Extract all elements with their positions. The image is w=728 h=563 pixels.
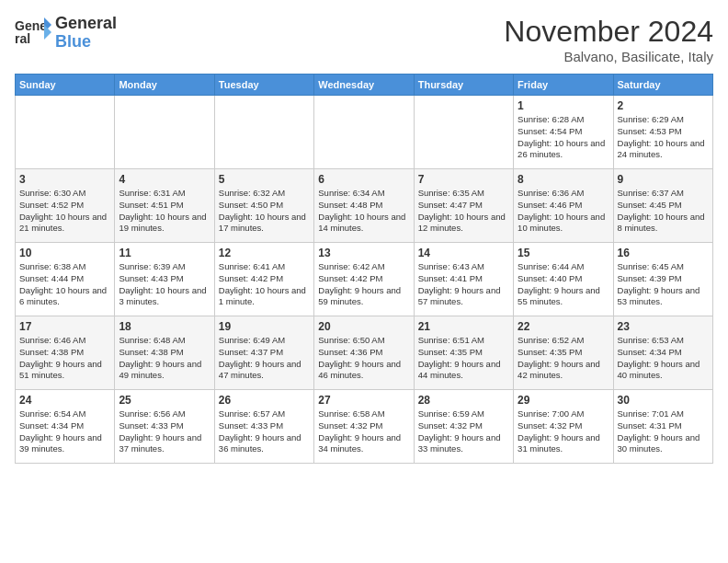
calendar-week-row: 17Sunrise: 6:46 AM Sunset: 4:38 PM Dayli… (16, 316, 713, 390)
calendar-cell: 11Sunrise: 6:39 AM Sunset: 4:43 PM Dayli… (115, 243, 214, 316)
calendar-cell: 10Sunrise: 6:38 AM Sunset: 4:44 PM Dayli… (16, 243, 115, 316)
logo: Gene ral General Blue (15, 15, 117, 52)
weekday-header: Wednesday (314, 75, 414, 96)
day-info: Sunrise: 6:28 AM Sunset: 4:54 PM Dayligh… (518, 114, 609, 161)
calendar-cell: 8Sunrise: 6:36 AM Sunset: 4:46 PM Daylig… (514, 169, 613, 243)
day-number: 7 (418, 173, 509, 186)
day-number: 8 (518, 173, 609, 186)
day-info: Sunrise: 6:31 AM Sunset: 4:51 PM Dayligh… (119, 188, 210, 235)
day-number: 1 (518, 99, 609, 112)
day-info: Sunrise: 6:49 AM Sunset: 4:37 PM Dayligh… (219, 335, 310, 382)
calendar-week-row: 24Sunrise: 6:54 AM Sunset: 4:34 PM Dayli… (16, 390, 713, 464)
day-info: Sunrise: 6:32 AM Sunset: 4:50 PM Dayligh… (219, 188, 310, 235)
day-info: Sunrise: 7:00 AM Sunset: 4:32 PM Dayligh… (518, 408, 609, 455)
page-header: Gene ral General Blue November 2024 Balv… (15, 15, 713, 64)
day-number: 26 (219, 394, 310, 407)
day-number: 27 (318, 394, 409, 407)
calendar-cell: 12Sunrise: 6:41 AM Sunset: 4:42 PM Dayli… (214, 243, 313, 316)
day-number: 15 (518, 247, 609, 259)
weekday-header: Tuesday (214, 75, 313, 96)
logo-svg: Gene ral (15, 16, 51, 51)
day-info: Sunrise: 6:48 AM Sunset: 4:38 PM Dayligh… (119, 335, 210, 382)
calendar-cell (16, 96, 115, 169)
day-info: Sunrise: 6:30 AM Sunset: 4:52 PM Dayligh… (19, 188, 110, 235)
day-number: 3 (19, 173, 110, 186)
day-number: 12 (219, 247, 310, 259)
day-info: Sunrise: 6:43 AM Sunset: 4:41 PM Dayligh… (418, 261, 509, 308)
calendar-cell: 24Sunrise: 6:54 AM Sunset: 4:34 PM Dayli… (16, 390, 115, 464)
day-number: 11 (119, 247, 210, 259)
calendar-cell: 25Sunrise: 6:56 AM Sunset: 4:33 PM Dayli… (115, 390, 214, 464)
calendar-cell: 29Sunrise: 7:00 AM Sunset: 4:32 PM Dayli… (514, 390, 613, 464)
day-number: 14 (418, 247, 509, 259)
day-info: Sunrise: 6:29 AM Sunset: 4:53 PM Dayligh… (618, 114, 709, 161)
calendar-cell: 2Sunrise: 6:29 AM Sunset: 4:53 PM Daylig… (613, 96, 712, 169)
calendar-cell: 3Sunrise: 6:30 AM Sunset: 4:52 PM Daylig… (16, 169, 115, 243)
calendar-cell (314, 96, 414, 169)
calendar-cell: 4Sunrise: 6:31 AM Sunset: 4:51 PM Daylig… (115, 169, 214, 243)
day-number: 30 (618, 394, 709, 407)
day-number: 16 (618, 247, 709, 259)
calendar-cell: 22Sunrise: 6:52 AM Sunset: 4:35 PM Dayli… (514, 316, 613, 390)
calendar-week-row: 3Sunrise: 6:30 AM Sunset: 4:52 PM Daylig… (16, 169, 713, 243)
calendar-cell: 20Sunrise: 6:50 AM Sunset: 4:36 PM Dayli… (314, 316, 414, 390)
weekday-header: Friday (514, 75, 613, 96)
day-info: Sunrise: 6:54 AM Sunset: 4:34 PM Dayligh… (19, 408, 110, 455)
day-number: 19 (219, 320, 310, 333)
day-number: 13 (318, 247, 409, 259)
day-info: Sunrise: 6:36 AM Sunset: 4:46 PM Dayligh… (518, 188, 609, 235)
day-info: Sunrise: 6:56 AM Sunset: 4:33 PM Dayligh… (119, 408, 210, 455)
calendar-cell: 26Sunrise: 6:57 AM Sunset: 4:33 PM Dayli… (214, 390, 313, 464)
day-number: 20 (318, 320, 409, 333)
calendar-cell: 5Sunrise: 6:32 AM Sunset: 4:50 PM Daylig… (214, 169, 313, 243)
day-number: 29 (518, 394, 609, 407)
calendar-cell: 30Sunrise: 7:01 AM Sunset: 4:31 PM Dayli… (613, 390, 712, 464)
day-info: Sunrise: 6:51 AM Sunset: 4:35 PM Dayligh… (418, 335, 509, 382)
day-info: Sunrise: 6:39 AM Sunset: 4:43 PM Dayligh… (119, 261, 210, 308)
calendar-week-row: 10Sunrise: 6:38 AM Sunset: 4:44 PM Dayli… (16, 243, 713, 316)
day-info: Sunrise: 6:35 AM Sunset: 4:47 PM Dayligh… (418, 188, 509, 235)
day-info: Sunrise: 6:50 AM Sunset: 4:36 PM Dayligh… (318, 335, 409, 382)
calendar-cell (214, 96, 313, 169)
calendar-cell: 13Sunrise: 6:42 AM Sunset: 4:42 PM Dayli… (314, 243, 414, 316)
day-number: 5 (219, 173, 310, 186)
calendar-cell: 21Sunrise: 6:51 AM Sunset: 4:35 PM Dayli… (414, 316, 513, 390)
day-info: Sunrise: 6:59 AM Sunset: 4:32 PM Dayligh… (418, 408, 509, 455)
day-number: 9 (618, 173, 709, 186)
day-number: 10 (19, 247, 110, 259)
calendar-header-row: SundayMondayTuesdayWednesdayThursdayFrid… (16, 75, 713, 96)
day-number: 23 (618, 320, 709, 333)
day-info: Sunrise: 6:46 AM Sunset: 4:38 PM Dayligh… (19, 335, 110, 382)
logo-line1: General (55, 15, 117, 33)
calendar-week-row: 1Sunrise: 6:28 AM Sunset: 4:54 PM Daylig… (16, 96, 713, 169)
calendar-cell: 15Sunrise: 6:44 AM Sunset: 4:40 PM Dayli… (514, 243, 613, 316)
day-number: 25 (119, 394, 210, 407)
day-info: Sunrise: 7:01 AM Sunset: 4:31 PM Dayligh… (618, 408, 709, 455)
svg-text:ral: ral (15, 31, 30, 46)
calendar-cell (414, 96, 513, 169)
weekday-header: Sunday (16, 75, 115, 96)
logo-line2: Blue (55, 33, 117, 52)
calendar-cell: 28Sunrise: 6:59 AM Sunset: 4:32 PM Dayli… (414, 390, 513, 464)
day-number: 21 (418, 320, 509, 333)
day-info: Sunrise: 6:52 AM Sunset: 4:35 PM Dayligh… (518, 335, 609, 382)
day-number: 24 (19, 394, 110, 407)
calendar-cell: 9Sunrise: 6:37 AM Sunset: 4:45 PM Daylig… (613, 169, 712, 243)
day-info: Sunrise: 6:45 AM Sunset: 4:39 PM Dayligh… (618, 261, 709, 308)
day-info: Sunrise: 6:41 AM Sunset: 4:42 PM Dayligh… (219, 261, 310, 308)
day-number: 2 (618, 99, 709, 112)
weekday-header: Saturday (613, 75, 712, 96)
day-info: Sunrise: 6:38 AM Sunset: 4:44 PM Dayligh… (19, 261, 110, 308)
title-block: November 2024 Balvano, Basilicate, Italy (504, 15, 713, 64)
day-number: 6 (318, 173, 409, 186)
day-info: Sunrise: 6:44 AM Sunset: 4:40 PM Dayligh… (518, 261, 609, 308)
day-number: 22 (518, 320, 609, 333)
calendar-cell (115, 96, 214, 169)
calendar-cell: 18Sunrise: 6:48 AM Sunset: 4:38 PM Dayli… (115, 316, 214, 390)
day-number: 18 (119, 320, 210, 333)
calendar-cell: 6Sunrise: 6:34 AM Sunset: 4:48 PM Daylig… (314, 169, 414, 243)
calendar-cell: 23Sunrise: 6:53 AM Sunset: 4:34 PM Dayli… (613, 316, 712, 390)
calendar-cell: 16Sunrise: 6:45 AM Sunset: 4:39 PM Dayli… (613, 243, 712, 316)
weekday-header: Thursday (414, 75, 513, 96)
day-info: Sunrise: 6:37 AM Sunset: 4:45 PM Dayligh… (618, 188, 709, 235)
